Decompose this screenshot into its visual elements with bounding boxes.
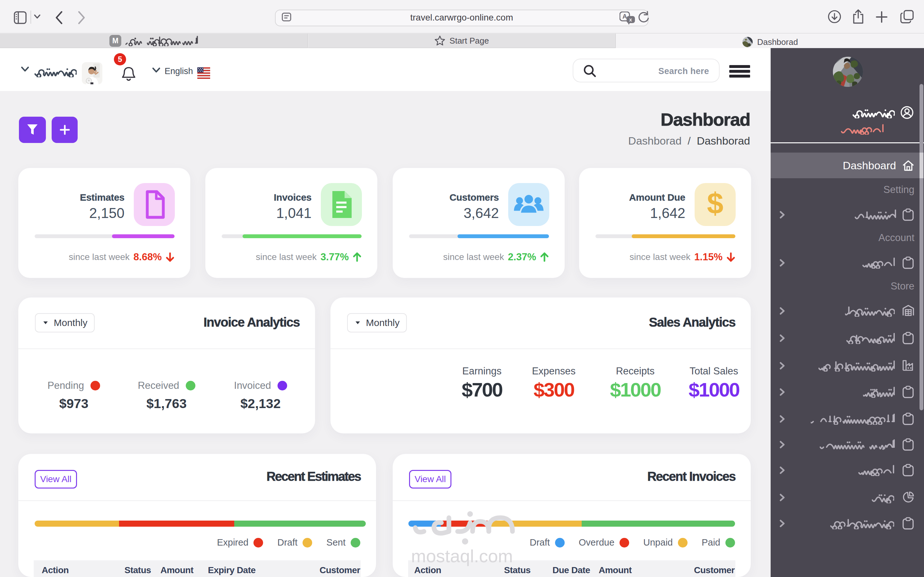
svg-text:x: x xyxy=(629,17,632,23)
svg-text:$: $ xyxy=(707,189,723,219)
svg-text:A: A xyxy=(622,13,627,20)
